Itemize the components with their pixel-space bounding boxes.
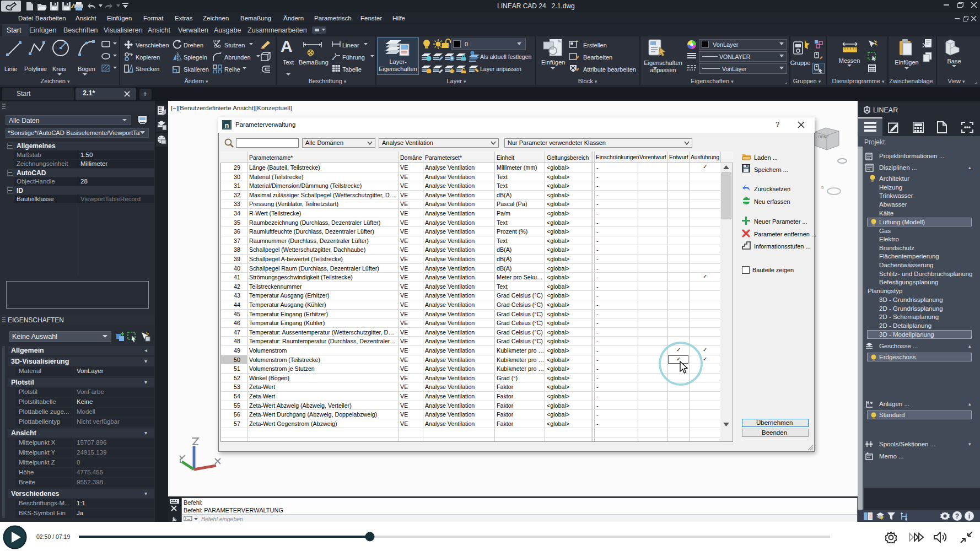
svg-text:?: ? xyxy=(955,512,959,520)
svg-text:i: i xyxy=(968,512,970,520)
svg-text:n: n xyxy=(225,121,229,129)
